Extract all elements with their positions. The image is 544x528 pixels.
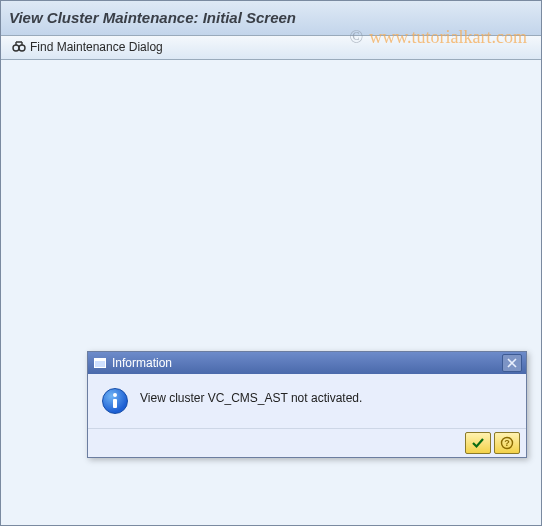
application-toolbar: Find Maintenance Dialog (1, 36, 541, 60)
help-button[interactable]: ? (494, 432, 520, 454)
svg-text:?: ? (504, 438, 510, 448)
dialog-title: Information (112, 356, 502, 370)
find-maintenance-dialog-label: Find Maintenance Dialog (30, 35, 163, 59)
svg-point-1 (19, 45, 25, 51)
dialog-button-bar: ? (88, 429, 526, 457)
information-icon (102, 388, 128, 414)
window-icon (94, 358, 106, 368)
help-icon: ? (500, 436, 514, 450)
find-maintenance-dialog-button[interactable]: Find Maintenance Dialog (7, 36, 168, 58)
close-icon (507, 358, 517, 368)
dialog-body: View cluster VC_CMS_AST not activated. (88, 374, 526, 429)
continue-button[interactable] (465, 432, 491, 454)
check-icon (471, 437, 485, 449)
svg-point-0 (13, 45, 19, 51)
app-window: View Cluster Maintenance: Initial Screen… (0, 0, 542, 526)
binoculars-icon (12, 40, 26, 54)
dialog-titlebar: Information (88, 352, 526, 374)
page-title: View Cluster Maintenance: Initial Screen (1, 1, 541, 36)
dialog-message: View cluster VC_CMS_AST not activated. (140, 388, 362, 405)
information-dialog: Information View cluster VC_CMS_AST not … (87, 351, 527, 458)
svg-rect-3 (95, 359, 106, 362)
dialog-close-button[interactable] (502, 354, 522, 372)
